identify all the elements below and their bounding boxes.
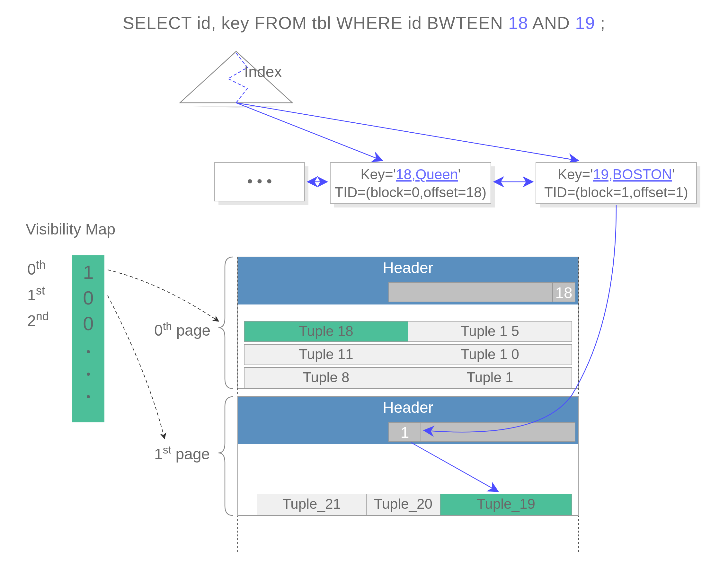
vm-to-page1-arrow (108, 295, 164, 439)
diagram-canvas: Index • • • Key='18,Queen' TID=(block=0,… (0, 0, 728, 582)
svg-point-11 (87, 395, 90, 398)
page1-label: 1st page (154, 444, 210, 462)
tuple-11-label: Tuple 11 (299, 346, 354, 362)
svg-marker-0 (182, 106, 291, 108)
sql-prefix: SELECT id, key FROM tbl WHERE id BWTEEN (123, 13, 508, 32)
page1-slot1: 1 (400, 424, 409, 441)
tuple-20-label: Tuple_20 (374, 496, 433, 512)
page1-header-label: Header (383, 399, 433, 416)
vm-bit2: 0 (83, 313, 94, 334)
sql-mid: AND (528, 13, 575, 32)
tuple-19-label: Tuple_19 (477, 496, 535, 512)
tuple-1-label: Tuple 1 (467, 369, 513, 385)
vm-bit0: 1 (83, 261, 94, 283)
tuple-18-label: Tuple 18 (299, 323, 354, 339)
leaf-2-box: Key='19,BOSTON' TID=(block=1,offset=1) (536, 162, 700, 208)
svg-point-10 (87, 373, 90, 376)
index-label: Index (244, 63, 282, 80)
vm-ord0: 0th (27, 258, 46, 278)
index-triangle: Index (180, 51, 292, 108)
vm-ord1: 1st (27, 284, 45, 303)
leaf-ellipsis-text: • • • (247, 173, 272, 189)
leaf2-tid: TID=(block=1,offset=1) (544, 184, 688, 200)
sql-suffix: ; (595, 13, 605, 32)
tuple-8-label: Tuple 8 (303, 369, 349, 385)
page0-slot18: 18 (555, 284, 572, 301)
page0-label: 0th page (154, 320, 210, 339)
vm-bit1: 0 (83, 287, 94, 309)
leaf1-key: Key='18,Queen' (361, 166, 461, 182)
page1-brace (218, 397, 233, 515)
sql-query-text: SELECT id, key FROM tbl WHERE id BWTEEN … (0, 13, 728, 33)
sql-val1: 18 (508, 13, 528, 32)
page-1: Header 1 Tuple_21 Tuple_20 Tuple_19 (238, 397, 578, 515)
vm-ordinals: 0th 1st 2nd (27, 258, 49, 329)
visibility-map-title: Visibility Map (26, 221, 115, 238)
page0-header-label: Header (383, 259, 433, 276)
svg-rect-16 (389, 283, 575, 302)
sql-val2: 19 (575, 13, 595, 32)
vm-ord2: 2nd (27, 310, 49, 329)
index-to-leaf2-arrow (236, 103, 578, 161)
vm-column: 1 0 0 (72, 255, 104, 422)
index-to-leaf1-arrow (236, 103, 382, 161)
vm-to-page0-arrow (108, 270, 218, 321)
tuple-21-label: Tuple_21 (282, 496, 341, 512)
leaf-1-box: Key='18,Queen' TID=(block=0,offset=18) (330, 162, 495, 208)
leaf1-tid: TID=(block=0,offset=18) (335, 184, 487, 200)
tuple-15-label: Tuple 1 5 (461, 323, 519, 339)
page0-brace (218, 257, 233, 389)
leaf-ellipsis-box: • • • (215, 162, 308, 205)
leaf2-key: Key='19,BOSTON' (558, 166, 675, 182)
svg-point-9 (87, 350, 90, 353)
tuple-10-label: Tuple 1 0 (461, 346, 519, 362)
